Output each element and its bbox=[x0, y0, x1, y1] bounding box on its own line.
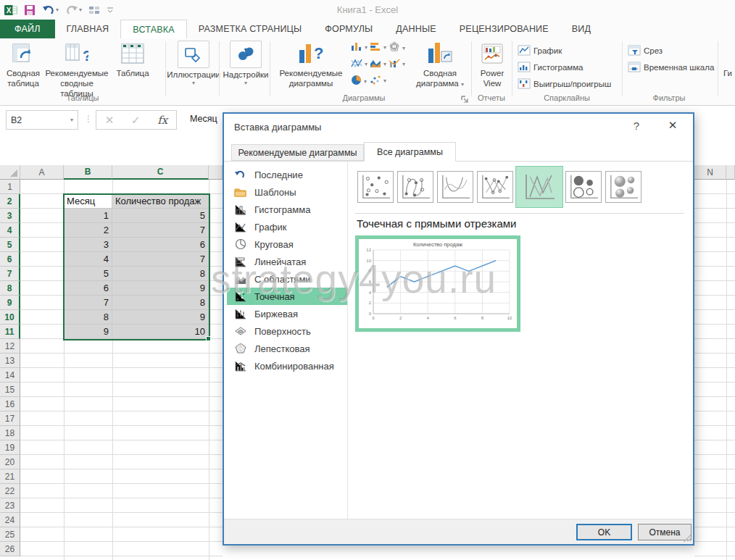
category-item-9[interactable]: Биржевая bbox=[227, 305, 347, 322]
row-header-7[interactable]: 7 bbox=[0, 267, 20, 281]
row-header-13[interactable]: 13 bbox=[0, 354, 20, 368]
radar-chart-button[interactable]: ▾ bbox=[389, 41, 405, 55]
ribbon-tab-данные[interactable]: ДАННЫЕ bbox=[384, 20, 447, 38]
category-item-2[interactable]: Шаблоны bbox=[227, 183, 347, 201]
templates-folder-icon bbox=[234, 186, 246, 198]
category-item-12[interactable]: Комбинированная bbox=[227, 357, 347, 375]
row-header-21[interactable]: 21 bbox=[0, 469, 20, 484]
row-header-16[interactable]: 16 bbox=[0, 397, 20, 411]
row-header-11[interactable]: 11 bbox=[0, 325, 20, 339]
sparkline-line-icon bbox=[518, 45, 531, 57]
filter-1-button[interactable]: Срез bbox=[628, 44, 663, 57]
row-header-26[interactable]: 26 bbox=[0, 542, 20, 556]
bar-chart-button[interactable]: ▾ bbox=[370, 41, 386, 54]
column-header-B[interactable]: B bbox=[64, 165, 112, 180]
column-header-A[interactable]: A bbox=[20, 165, 64, 180]
category-item-6[interactable]: Линейчатая bbox=[227, 253, 347, 270]
row-header-6[interactable]: 6 bbox=[0, 252, 20, 267]
insert-function-icon[interactable]: fx bbox=[157, 114, 167, 127]
filter-2-button[interactable]: Временная шкала bbox=[628, 61, 714, 74]
row-header-18[interactable]: 18 bbox=[0, 426, 20, 440]
subtype-thumb-6[interactable] bbox=[565, 169, 602, 205]
close-icon[interactable]: ✕ bbox=[663, 119, 683, 132]
subtype-thumb-2[interactable] bbox=[396, 169, 434, 205]
ribbon-tab-файл[interactable]: ФАЙЛ bbox=[0, 20, 55, 38]
row-header-9[interactable]: 9 bbox=[0, 296, 20, 310]
row-header-3[interactable]: 3 bbox=[0, 209, 20, 223]
area-chart-button[interactable]: ▾ bbox=[370, 58, 386, 71]
charts-dialog-launcher-icon[interactable] bbox=[461, 93, 469, 101]
subtype-thumb-3[interactable] bbox=[436, 169, 474, 205]
addins-button[interactable]: Надстройки ▾ bbox=[222, 41, 270, 103]
row-header-22[interactable]: 22 bbox=[0, 484, 20, 498]
category-item-8[interactable]: Точечная bbox=[227, 288, 347, 305]
name-box[interactable]: B2 ▾ bbox=[6, 110, 78, 130]
subtype-thumb-4[interactable] bbox=[476, 169, 514, 205]
excel-window: X▾▾ Книга1 - Excel ФАЙЛГЛАВНАЯВСТАВКАРАЗ… bbox=[0, 0, 735, 560]
line-chart-button[interactable]: ▾ bbox=[351, 58, 368, 71]
sparkline-2-button[interactable]: Гистограмма bbox=[518, 61, 583, 74]
row-header-5[interactable]: 5 bbox=[0, 238, 20, 252]
row-header-1[interactable]: 1 bbox=[0, 180, 20, 194]
column-header-partial[interactable] bbox=[209, 165, 223, 180]
subtype-thumb-5[interactable] bbox=[516, 167, 562, 207]
formula-bar-buttons: ✕ ✓ fx bbox=[96, 110, 177, 130]
row-header-15[interactable]: 15 bbox=[0, 383, 20, 397]
chart-preview[interactable]: Количество продаж0246810120246810 bbox=[355, 235, 520, 332]
cancel-entry-icon[interactable]: ✕ bbox=[105, 114, 115, 127]
category-item-5[interactable]: Круговая bbox=[227, 235, 347, 253]
category-item-11[interactable]: Лепестковая bbox=[227, 340, 347, 357]
row-header-12[interactable]: 12 bbox=[0, 339, 20, 354]
ribbon-tab-главная[interactable]: ГЛАВНАЯ bbox=[55, 20, 121, 38]
column-header-C[interactable]: C bbox=[112, 165, 209, 180]
row-header-2[interactable]: 2 bbox=[0, 194, 20, 209]
row-header-19[interactable]: 19 bbox=[0, 440, 20, 455]
ok-button[interactable]: OK bbox=[576, 524, 632, 540]
formula-bar-handle[interactable]: ⋮ bbox=[84, 114, 93, 124]
subtype-thumb-7[interactable] bbox=[605, 169, 642, 205]
category-item-1[interactable]: Последние bbox=[227, 166, 347, 183]
row-header-8[interactable]: 8 bbox=[0, 281, 20, 296]
column-header-partial-right[interactable] bbox=[726, 165, 735, 180]
category-label: Гистограмма bbox=[254, 204, 310, 215]
ribbon-tab-разметка страницы[interactable]: РАЗМЕТКА СТРАНИЦЫ bbox=[187, 20, 314, 38]
row-header-24[interactable]: 24 bbox=[0, 513, 20, 527]
formula-bar-content[interactable]: Месяц bbox=[190, 114, 217, 124]
chevron-down-icon[interactable]: ▾ bbox=[70, 117, 73, 123]
tab-all-charts[interactable]: Все диаграммы bbox=[364, 142, 456, 162]
ribbon-tab-рецензирование[interactable]: РЕЦЕНЗИРОВАНИЕ bbox=[448, 20, 560, 38]
tab-recommended-charts[interactable]: Рекомендуемые диаграммы bbox=[231, 144, 364, 161]
ribbon-tab-формулы[interactable]: ФОРМУЛЫ bbox=[313, 20, 384, 38]
select-all-corner[interactable] bbox=[0, 165, 20, 180]
row-header-25[interactable]: 25 bbox=[0, 527, 20, 542]
sheet-grid-right[interactable] bbox=[694, 180, 735, 560]
subtype-thumb-1[interactable] bbox=[357, 169, 394, 205]
confirm-entry-icon[interactable]: ✓ bbox=[131, 114, 141, 127]
row-header-10[interactable]: 10 bbox=[0, 310, 20, 325]
row-header-4[interactable]: 4 bbox=[0, 223, 20, 238]
row-header-17[interactable]: 17 bbox=[0, 411, 20, 426]
sparkline-3-button[interactable]: Выигрыш/проигрыш bbox=[518, 78, 611, 91]
column-header-N[interactable]: N bbox=[694, 165, 726, 180]
ribbon-tab-вид[interactable]: ВИД bbox=[560, 20, 602, 38]
category-item-7[interactable]: С областями bbox=[227, 270, 347, 288]
row-header-20[interactable]: 20 bbox=[0, 455, 20, 469]
row-header-14[interactable]: 14 bbox=[0, 368, 20, 383]
category-item-4[interactable]: График bbox=[227, 218, 347, 235]
scatter-chart-button[interactable]: ▾ bbox=[370, 75, 386, 88]
category-item-10[interactable]: Поверхность bbox=[227, 322, 347, 340]
pie-chart-button[interactable]: ▾ bbox=[351, 75, 367, 88]
help-icon[interactable]: ? bbox=[628, 120, 645, 132]
fill-handle[interactable] bbox=[206, 336, 211, 341]
timeline-icon bbox=[628, 62, 641, 74]
chart-subtype-thumbnails bbox=[357, 166, 642, 208]
column-chart-button[interactable]: ▾ bbox=[351, 41, 368, 54]
illustrations-button[interactable]: Иллюстрации ▾ bbox=[168, 41, 219, 103]
row-header-23[interactable]: 23 bbox=[0, 498, 20, 513]
sparkline-1-button[interactable]: График bbox=[518, 44, 562, 57]
category-item-3[interactable]: Гистограмма bbox=[227, 201, 347, 218]
ribbon-tab-вставка[interactable]: ВСТАВКА bbox=[120, 20, 186, 38]
combo-chart-button[interactable]: ▾ bbox=[389, 58, 405, 71]
resize-grip[interactable] bbox=[684, 535, 691, 542]
line-cat-icon bbox=[234, 221, 246, 233]
